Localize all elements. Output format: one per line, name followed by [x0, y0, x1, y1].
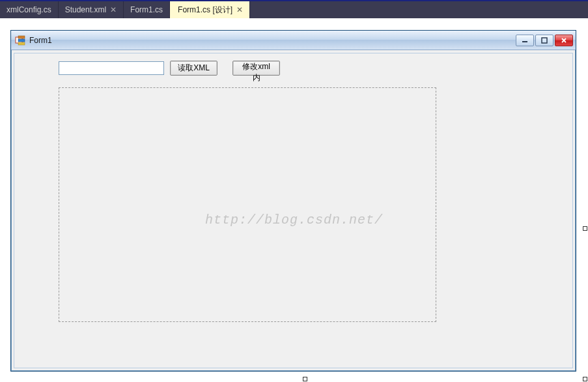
tab-label: Student.xml	[65, 5, 106, 14]
close-button[interactable]	[555, 35, 573, 46]
panel-placeholder[interactable]	[59, 87, 436, 322]
svg-rect-4	[522, 41, 527, 42]
winform-body[interactable]: 读取XML 修改xml内	[14, 53, 573, 368]
window-control-group	[516, 35, 573, 46]
svg-rect-2	[18, 39, 25, 42]
maximize-button[interactable]	[535, 35, 553, 46]
resize-handle-east[interactable]	[583, 226, 587, 231]
minimize-button[interactable]	[516, 35, 534, 46]
tab-studentxml[interactable]: Student.xml ✕	[59, 1, 124, 18]
svg-rect-5	[542, 38, 547, 43]
resize-handle-southeast[interactable]	[583, 377, 587, 381]
modify-xml-button[interactable]: 修改xml内	[232, 61, 280, 76]
winform-titlebar[interactable]: Form1	[11, 31, 576, 50]
winform-preview[interactable]: Form1 读取XML 修改xml内	[10, 30, 576, 372]
svg-rect-1	[18, 36, 25, 38]
resize-handle-south[interactable]	[303, 377, 307, 381]
tab-form1-design[interactable]: Form1.cs [设计] ✕	[170, 1, 250, 18]
read-xml-button[interactable]: 读取XML	[170, 61, 217, 76]
close-icon[interactable]: ✕	[236, 6, 243, 14]
tab-form1cs[interactable]: Form1.cs	[124, 1, 170, 18]
tab-label: Form1.cs	[130, 5, 163, 14]
designer-canvas[interactable]: Form1 读取XML 修改xml内	[0, 18, 588, 382]
tab-label: Form1.cs [设计]	[178, 5, 232, 16]
tab-label: xmlConfig.cs	[7, 5, 51, 14]
tab-xmlconfig[interactable]: xmlConfig.cs	[0, 1, 59, 18]
editor-tab-bar: xmlConfig.cs Student.xml ✕ Form1.cs Form…	[0, 1, 588, 18]
ide-frame: xmlConfig.cs Student.xml ✕ Form1.cs Form…	[0, 0, 588, 382]
winform-title: Form1	[29, 36, 516, 45]
close-icon[interactable]: ✕	[110, 6, 117, 14]
app-icon	[15, 35, 25, 46]
svg-rect-3	[18, 42, 25, 45]
textbox-input[interactable]	[59, 61, 164, 75]
